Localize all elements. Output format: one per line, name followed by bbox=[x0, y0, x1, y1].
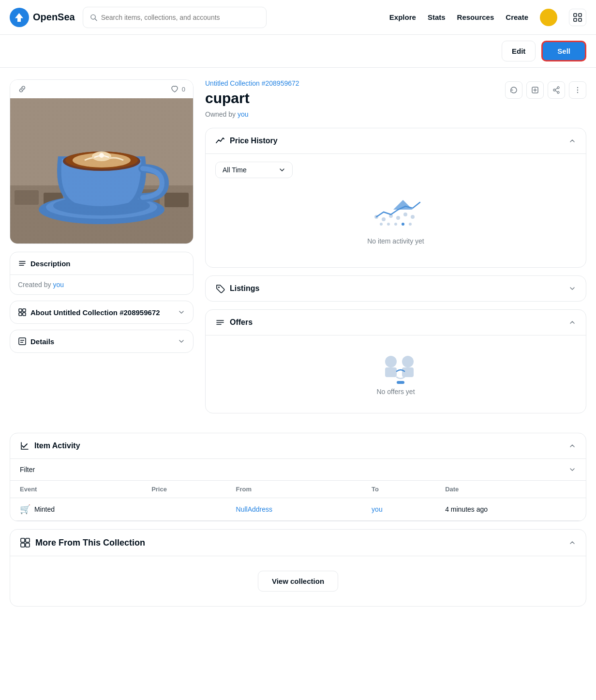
created-by-link[interactable]: you bbox=[53, 281, 64, 289]
chain-icon[interactable] bbox=[18, 85, 27, 93]
refresh-icon[interactable] bbox=[505, 81, 522, 99]
svg-point-36 bbox=[553, 89, 555, 91]
svg-rect-64 bbox=[21, 538, 25, 542]
chart-icon bbox=[215, 136, 225, 146]
search-bar[interactable] bbox=[83, 7, 267, 28]
more-options-icon[interactable] bbox=[569, 81, 586, 99]
svg-rect-66 bbox=[21, 543, 25, 547]
top-bar: Edit Sell bbox=[0, 35, 596, 68]
col-date: Date bbox=[435, 481, 586, 498]
nav-resources[interactable]: Resources bbox=[457, 13, 494, 21]
edit-button[interactable]: Edit bbox=[502, 41, 536, 61]
details-title: Details bbox=[30, 337, 54, 346]
from-link[interactable]: NullAddress bbox=[236, 505, 272, 513]
description-card: Description Created by you bbox=[10, 252, 194, 295]
activity-title: Item Activity bbox=[34, 441, 80, 450]
svg-rect-28 bbox=[19, 313, 22, 316]
tag-icon bbox=[215, 284, 225, 293]
dropdown-label: All Time bbox=[223, 166, 247, 174]
mint-icon: 🛒 bbox=[20, 504, 30, 515]
offers-title: Offers bbox=[230, 318, 253, 327]
svg-point-54 bbox=[409, 223, 412, 226]
boost-icon[interactable] bbox=[526, 81, 544, 99]
search-input[interactable] bbox=[101, 14, 259, 21]
chevron-down-icon-filter bbox=[568, 466, 576, 473]
created-by-label: Created by you bbox=[18, 281, 64, 289]
logo[interactable]: OpenSea bbox=[10, 8, 75, 27]
svg-rect-31 bbox=[19, 338, 26, 345]
filter-label: Filter bbox=[20, 466, 35, 473]
more-collection-section: More From This Collection View collectio… bbox=[10, 529, 586, 607]
no-offers-text: No offers yet bbox=[376, 388, 415, 396]
svg-point-50 bbox=[380, 223, 383, 226]
svg-point-61 bbox=[402, 356, 414, 367]
to-link[interactable]: you bbox=[372, 505, 383, 513]
list-icon bbox=[18, 259, 27, 268]
offers-icon bbox=[215, 318, 225, 327]
details-card: Details bbox=[10, 330, 194, 353]
nav-create[interactable]: Create bbox=[506, 13, 528, 21]
svg-rect-62 bbox=[402, 367, 414, 377]
about-title-row: About Untitled Collection #208959672 bbox=[18, 308, 160, 317]
main-content: 0 bbox=[0, 68, 596, 433]
heart-icon[interactable] bbox=[170, 85, 179, 93]
svg-rect-63 bbox=[397, 381, 404, 384]
offers-header[interactable]: Offers bbox=[206, 310, 586, 335]
svg-line-38 bbox=[555, 88, 557, 90]
nft-meta: Untitled Collection #208959672 cupart Ow… bbox=[205, 79, 299, 128]
listings-header[interactable]: Listings bbox=[206, 276, 586, 301]
avatar[interactable] bbox=[540, 9, 557, 26]
collection-icon bbox=[18, 308, 27, 317]
view-collection-button[interactable]: View collection bbox=[258, 571, 338, 592]
more-collection-header[interactable]: More From This Collection bbox=[10, 530, 586, 556]
details-title-row: Details bbox=[18, 337, 54, 346]
cell-from: NullAddress bbox=[226, 498, 362, 521]
svg-point-53 bbox=[402, 223, 404, 226]
nft-image-card: 0 bbox=[10, 79, 194, 244]
time-dropdown[interactable]: All Time bbox=[215, 162, 293, 178]
price-history-header[interactable]: Price History bbox=[206, 128, 586, 153]
price-history-title: Price History bbox=[230, 137, 278, 145]
filter-row[interactable]: Filter bbox=[10, 458, 586, 480]
grid-icon[interactable] bbox=[569, 9, 586, 26]
details-header[interactable]: Details bbox=[10, 330, 193, 352]
sell-button[interactable]: Sell bbox=[541, 41, 586, 61]
nft-image bbox=[10, 98, 193, 243]
svg-line-1 bbox=[95, 18, 97, 20]
owned-by: Owned by you bbox=[205, 110, 299, 118]
chevron-up-icon-activity bbox=[568, 442, 576, 450]
svg-marker-49 bbox=[393, 200, 413, 210]
chevron-up-icon bbox=[568, 137, 576, 145]
listings-title: Listings bbox=[230, 284, 259, 293]
activity-section: Item Activity Filter Event Price From To… bbox=[10, 433, 586, 521]
grid-collection-icon bbox=[20, 537, 30, 548]
description-header[interactable]: Description bbox=[10, 252, 193, 274]
nav-explore[interactable]: Explore bbox=[389, 13, 416, 21]
details-icon bbox=[18, 337, 27, 346]
activity-header[interactable]: Item Activity bbox=[10, 433, 586, 458]
cell-date: 4 minutes ago bbox=[435, 498, 586, 521]
owned-by-link[interactable]: you bbox=[238, 110, 249, 118]
listings-title-row: Listings bbox=[215, 284, 259, 293]
svg-point-46 bbox=[396, 216, 400, 220]
nav-stats[interactable]: Stats bbox=[428, 13, 446, 21]
cell-to: you bbox=[362, 498, 435, 521]
logo-icon bbox=[10, 8, 29, 27]
chevron-down-icon-listings bbox=[568, 285, 576, 292]
chevron-down-icon-2 bbox=[178, 337, 185, 345]
right-panel: Untitled Collection #208959672 cupart Ow… bbox=[194, 79, 586, 421]
heart-count: 0 bbox=[182, 86, 185, 93]
chevron-up-icon-offers bbox=[568, 319, 576, 326]
description-title: Description bbox=[30, 259, 71, 268]
no-offers: No offers yet bbox=[215, 343, 576, 405]
col-to: To bbox=[362, 481, 435, 498]
svg-point-41 bbox=[577, 90, 578, 91]
svg-rect-3 bbox=[579, 14, 581, 16]
about-header[interactable]: About Untitled Collection #208959672 bbox=[10, 301, 193, 323]
cell-price bbox=[142, 498, 226, 521]
share-icon[interactable] bbox=[548, 81, 565, 99]
offers-card: Offers bbox=[205, 309, 586, 413]
svg-rect-30 bbox=[23, 313, 26, 316]
col-event: Event bbox=[10, 481, 142, 498]
collection-link[interactable]: Untitled Collection #208959672 bbox=[205, 79, 299, 87]
